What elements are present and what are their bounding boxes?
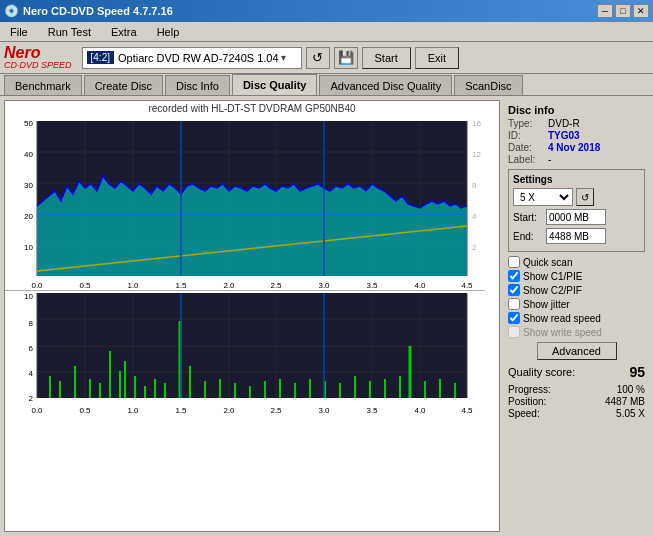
show-read-label: Show read speed — [523, 313, 601, 324]
speed-label: Speed: — [508, 408, 540, 419]
svg-text:2.5: 2.5 — [270, 406, 282, 415]
disc-type-value: DVD-R — [548, 118, 580, 129]
upper-chart: 50 40 30 20 10 16 12 8 4 2 0.0 0.5 1. — [5, 116, 485, 291]
quality-score-label: Quality score: — [508, 366, 575, 378]
disc-info-title: Disc info — [508, 104, 645, 116]
svg-text:1.5: 1.5 — [175, 406, 187, 415]
svg-text:4.5: 4.5 — [461, 281, 473, 290]
progress-label: Progress: — [508, 384, 551, 395]
svg-rect-40 — [37, 293, 467, 398]
drive-badge: [4:2] — [87, 51, 114, 64]
minimize-button[interactable]: ─ — [597, 4, 613, 18]
svg-text:0.5: 0.5 — [79, 406, 91, 415]
menu-extra[interactable]: Extra — [105, 24, 143, 40]
tab-disc-quality[interactable]: Disc Quality — [232, 74, 318, 95]
svg-text:40: 40 — [24, 150, 33, 159]
menu-file[interactable]: File — [4, 24, 34, 40]
tabs-bar: Benchmark Create Disc Disc Info Disc Qua… — [0, 74, 653, 96]
show-jitter-checkbox[interactable] — [508, 298, 520, 310]
svg-text:50: 50 — [24, 119, 33, 128]
speed-select[interactable]: 5 X — [513, 188, 573, 206]
svg-text:10: 10 — [24, 243, 33, 252]
svg-text:1.5: 1.5 — [175, 281, 187, 290]
svg-text:2.5: 2.5 — [270, 281, 282, 290]
svg-text:4.0: 4.0 — [414, 406, 426, 415]
title-bar-controls: ─ □ ✕ — [597, 4, 649, 18]
position-value: 4487 MB — [605, 396, 645, 407]
checkboxes-section: Quick scan Show C1/PIE Show C2/PIF Show … — [508, 256, 645, 338]
close-button[interactable]: ✕ — [633, 4, 649, 18]
settings-refresh-btn[interactable]: ↺ — [576, 188, 594, 206]
end-label: End: — [513, 231, 543, 242]
svg-text:20: 20 — [24, 212, 33, 221]
show-c1pie-checkbox[interactable] — [508, 270, 520, 282]
svg-text:3.0: 3.0 — [318, 406, 330, 415]
advanced-button[interactable]: Advanced — [537, 342, 617, 360]
svg-text:4.0: 4.0 — [414, 281, 426, 290]
drive-selector[interactable]: [4:2] Optiarc DVD RW AD-7240S 1.04 ▾ — [82, 47, 302, 69]
svg-text:0.0: 0.0 — [31, 281, 43, 290]
start-row: Start: — [513, 209, 640, 225]
disc-type-row: Type: DVD-R — [508, 118, 645, 129]
svg-text:8: 8 — [29, 319, 34, 328]
tab-create-disc[interactable]: Create Disc — [84, 75, 163, 95]
disc-id-label: ID: — [508, 130, 548, 141]
show-c1pie-label: Show C1/PIE — [523, 271, 582, 282]
disc-date-label: Date: — [508, 142, 548, 153]
svg-text:2.0: 2.0 — [223, 281, 235, 290]
menu-help[interactable]: Help — [151, 24, 186, 40]
show-read-checkbox[interactable] — [508, 312, 520, 324]
drive-dropdown-arrow: ▾ — [281, 52, 286, 63]
maximize-button[interactable]: □ — [615, 4, 631, 18]
start-label: Start: — [513, 212, 543, 223]
tab-benchmark[interactable]: Benchmark — [4, 75, 82, 95]
show-c2pif-label: Show C2/PIF — [523, 285, 582, 296]
svg-text:6: 6 — [29, 344, 34, 353]
svg-text:16: 16 — [472, 119, 481, 128]
title-bar: 💿 Nero CD-DVD Speed 4.7.7.16 ─ □ ✕ — [0, 0, 653, 22]
refresh-button[interactable]: ↺ — [306, 47, 330, 69]
save-button[interactable]: 💾 — [334, 47, 358, 69]
quality-score-row: Quality score: 95 — [508, 364, 645, 380]
svg-text:2.0: 2.0 — [223, 406, 235, 415]
svg-text:4: 4 — [29, 369, 34, 378]
menu-run-test[interactable]: Run Test — [42, 24, 97, 40]
svg-text:0.5: 0.5 — [79, 281, 91, 290]
cd-logo-text: CD·DVD SPEED — [4, 61, 72, 70]
quality-score-value: 95 — [629, 364, 645, 380]
svg-text:3.5: 3.5 — [366, 406, 378, 415]
svg-text:4.5: 4.5 — [461, 406, 473, 415]
svg-text:4: 4 — [472, 212, 477, 221]
tab-advanced-disc-quality[interactable]: Advanced Disc Quality — [319, 75, 452, 95]
end-row: End: — [513, 228, 640, 244]
exit-button[interactable]: Exit — [415, 47, 459, 69]
disc-date-value: 4 Nov 2018 — [548, 142, 600, 153]
lower-chart: 10 8 6 4 2 — [5, 291, 485, 426]
chart-title: recorded with HL-DT-ST DVDRAM GP50NB40 — [5, 101, 499, 116]
chart-area: recorded with HL-DT-ST DVDRAM GP50NB40 5… — [4, 100, 500, 532]
show-write-label: Show write speed — [523, 327, 602, 338]
disc-type-label: Type: — [508, 118, 548, 129]
svg-text:12: 12 — [472, 150, 481, 159]
svg-text:1.0: 1.0 — [127, 281, 139, 290]
toolbar: Nero CD·DVD SPEED [4:2] Optiarc DVD RW A… — [0, 42, 653, 74]
quick-scan-checkbox[interactable] — [508, 256, 520, 268]
start-input[interactable] — [546, 209, 606, 225]
position-row: Position: 4487 MB — [508, 396, 645, 407]
quick-scan-label: Quick scan — [523, 257, 572, 268]
start-button[interactable]: Start — [362, 47, 411, 69]
show-c2pif-checkbox[interactable] — [508, 284, 520, 296]
drive-name: Optiarc DVD RW AD-7240S 1.04 — [118, 52, 279, 64]
speed-row-progress: Speed: 5.05 X — [508, 408, 645, 419]
progress-section: Progress: 100 % Position: 4487 MB Speed:… — [508, 384, 645, 419]
end-input[interactable] — [546, 228, 606, 244]
title-bar-icon: 💿 — [4, 4, 19, 18]
show-write-checkbox[interactable] — [508, 326, 520, 338]
tab-disc-info[interactable]: Disc Info — [165, 75, 230, 95]
svg-text:0.0: 0.0 — [31, 406, 43, 415]
quick-scan-row: Quick scan — [508, 256, 645, 268]
tab-scan-disc[interactable]: ScanDisc — [454, 75, 522, 95]
position-label: Position: — [508, 396, 546, 407]
disc-id-value: TYG03 — [548, 130, 580, 141]
settings-box: Settings 5 X ↺ Start: End: — [508, 169, 645, 252]
